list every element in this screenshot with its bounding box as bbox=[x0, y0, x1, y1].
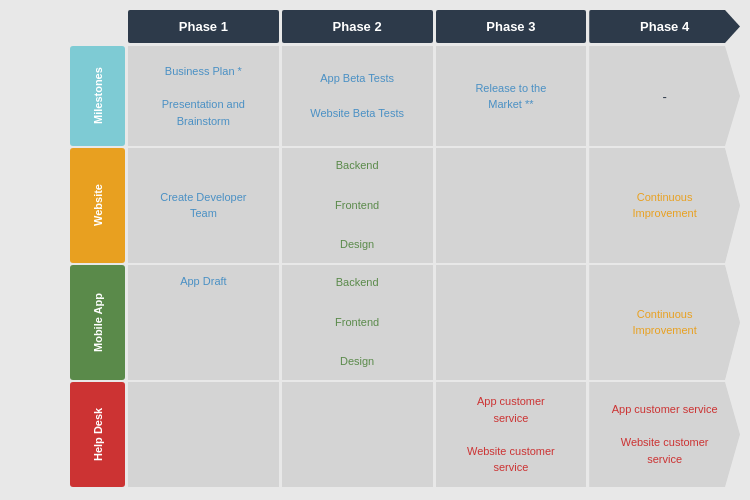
phase1-header: Phase 1 bbox=[128, 10, 279, 43]
website-label: Website bbox=[70, 148, 125, 263]
milestones-cell3-text: Release to theMarket ** bbox=[475, 80, 546, 113]
mobileapp-cell2-text: BackendFrontendDesign bbox=[335, 273, 379, 372]
website-cell1-text: Create DeveloperTeam bbox=[160, 189, 246, 222]
milestones-cell1-text: Business Plan *Presentation andBrainstor… bbox=[162, 63, 245, 129]
helpdesk-cell3: App customerserviceWebsite customerservi… bbox=[436, 382, 587, 487]
phase2-header: Phase 2 bbox=[282, 10, 433, 43]
mobileapp-cell1: App Draft bbox=[128, 265, 279, 380]
helpdesk-cell1 bbox=[128, 382, 279, 487]
mobileapp-cell1-text: App Draft bbox=[180, 275, 226, 287]
helpdesk-cell3-text: App customerserviceWebsite customerservi… bbox=[467, 393, 555, 476]
helpdesk-cells: App customerserviceWebsite customerservi… bbox=[128, 382, 740, 487]
website-cell1: Create DeveloperTeam bbox=[128, 148, 279, 263]
mobileapp-cell4: ContinuousImprovement bbox=[589, 265, 740, 380]
phase4-label: Phase 4 bbox=[640, 19, 689, 34]
main-container: Phase 1 Phase 2 Phase 3 Phase 4 Mileston… bbox=[0, 0, 750, 500]
helpdesk-sidebar: Help Desk bbox=[70, 382, 125, 487]
milestones-cell4-text: - bbox=[662, 89, 666, 104]
milestones-cell2-text: App Beta TestsWebsite Beta Tests bbox=[310, 70, 404, 123]
milestones-sidebar: Milestones bbox=[70, 46, 125, 146]
phase2-label: Phase 2 bbox=[333, 19, 382, 34]
helpdesk-row: Help Desk App customerserviceWebsite cus… bbox=[70, 382, 740, 487]
mobileapp-cells: App Draft BackendFrontendDesign Continuo… bbox=[128, 265, 740, 380]
mobileapp-cell4-text: ContinuousImprovement bbox=[633, 306, 697, 339]
mobileapp-cell3 bbox=[436, 265, 587, 380]
mobileapp-sidebar: Mobile App bbox=[70, 265, 125, 380]
website-row: Website Create DeveloperTeam BackendFron… bbox=[70, 148, 740, 263]
milestones-label: Milestones bbox=[70, 46, 125, 146]
phases-header: Phase 1 Phase 2 Phase 3 Phase 4 bbox=[70, 10, 740, 43]
milestones-cell3: Release to theMarket ** bbox=[436, 46, 587, 146]
website-cell2-text: BackendFrontendDesign bbox=[335, 156, 379, 255]
mobileapp-row: Mobile App App Draft BackendFrontendDesi… bbox=[70, 265, 740, 380]
mobileapp-label: Mobile App bbox=[70, 265, 125, 380]
phase3-header: Phase 3 bbox=[436, 10, 587, 43]
milestones-cell4: - bbox=[589, 46, 740, 146]
phase1-label: Phase 1 bbox=[179, 19, 228, 34]
website-cell4: ContinuousImprovement bbox=[589, 148, 740, 263]
mobileapp-cell2: BackendFrontendDesign bbox=[282, 265, 433, 380]
phase3-label: Phase 3 bbox=[486, 19, 535, 34]
website-cells: Create DeveloperTeam BackendFrontendDesi… bbox=[128, 148, 740, 263]
website-sidebar: Website bbox=[70, 148, 125, 263]
helpdesk-cell4: App customer serviceWebsite customerserv… bbox=[589, 382, 740, 487]
website-cell4-text: ContinuousImprovement bbox=[633, 189, 697, 222]
phase4-header: Phase 4 bbox=[589, 10, 740, 43]
helpdesk-cell4-text: App customer serviceWebsite customerserv… bbox=[612, 401, 718, 467]
website-cell3 bbox=[436, 148, 587, 263]
helpdesk-label: Help Desk bbox=[70, 382, 125, 487]
milestones-cell2: App Beta TestsWebsite Beta Tests bbox=[282, 46, 433, 146]
milestones-row: Milestones Business Plan *Presentation a… bbox=[70, 46, 740, 146]
helpdesk-cell2 bbox=[282, 382, 433, 487]
milestones-cells: Business Plan *Presentation andBrainstor… bbox=[128, 46, 740, 146]
website-cell2: BackendFrontendDesign bbox=[282, 148, 433, 263]
milestones-cell1: Business Plan *Presentation andBrainstor… bbox=[128, 46, 279, 146]
